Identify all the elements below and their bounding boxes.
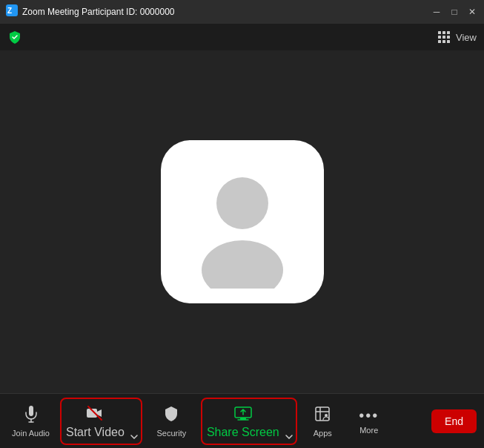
start-video-chevron[interactable] (129, 399, 141, 444)
share-screen-button[interactable]: Share Screen (202, 399, 284, 444)
minimize-button[interactable]: ─ (431, 6, 442, 18)
zoom-icon: Z (6, 4, 18, 19)
title-bar: Z Zoom Meeting Participant ID: 0000000 ─… (0, 0, 484, 24)
more-button[interactable]: ••• More (347, 399, 391, 444)
title-bar-text: Zoom Meeting Participant ID: 0000000 (22, 7, 478, 17)
view-button[interactable]: View (438, 31, 477, 43)
security-icon (162, 405, 180, 426)
top-bar: View (0, 24, 484, 50)
video-icon (85, 403, 105, 426)
start-video-button[interactable]: Start Video (62, 399, 129, 444)
share-screen-group: Share Screen (201, 398, 297, 445)
more-icon: ••• (359, 408, 379, 423)
start-video-label: Start Video (66, 426, 125, 439)
svg-point-3 (202, 240, 283, 289)
audio-icon (22, 405, 40, 426)
maximize-button[interactable]: □ (448, 6, 460, 18)
view-label: View (456, 32, 477, 43)
avatar-container (161, 140, 324, 303)
share-screen-icon (233, 403, 253, 426)
security-button[interactable]: Security (144, 399, 199, 444)
apps-label: Apps (314, 429, 332, 438)
grid-icon (438, 31, 450, 43)
join-audio-label: Join Audio (12, 429, 50, 438)
apps-button[interactable]: Apps (299, 399, 347, 444)
start-video-group: Start Video (60, 398, 142, 445)
avatar-svg (176, 155, 309, 289)
security-shield-indicator (7, 30, 22, 45)
end-button[interactable]: End (431, 409, 477, 433)
share-screen-label: Share Screen (207, 426, 279, 439)
svg-text:Z: Z (7, 7, 12, 15)
toolbar: Join Audio Start Video (0, 393, 484, 448)
more-label: More (359, 426, 378, 435)
security-label: Security (157, 429, 187, 438)
svg-point-2 (216, 177, 268, 229)
join-audio-button[interactable]: Join Audio (3, 399, 59, 444)
window-controls: ─ □ ✕ (431, 6, 478, 18)
main-video-area (0, 50, 484, 393)
close-button[interactable]: ✕ (466, 6, 478, 18)
share-screen-chevron[interactable] (284, 399, 296, 444)
apps-icon (314, 405, 331, 426)
